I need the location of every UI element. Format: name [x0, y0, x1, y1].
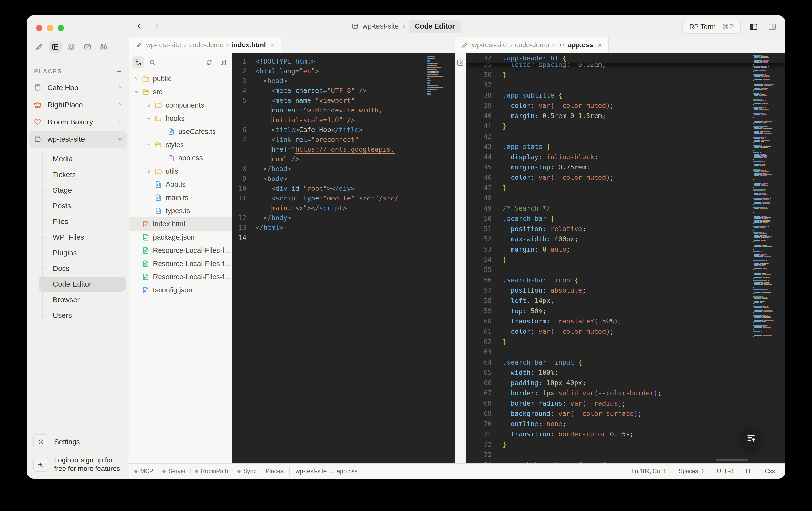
code-line-44[interactable]: 44 display: inline-block; — [466, 152, 785, 162]
code-line-39[interactable]: 39 color: var(--color-muted); — [466, 101, 785, 111]
collapse-panel-icon[interactable] — [218, 56, 229, 68]
login-row[interactable]: Login or sign up for free for more featu… — [33, 456, 126, 473]
close-tab-icon[interactable]: × — [270, 41, 275, 49]
close-tab-icon[interactable]: × — [598, 41, 602, 49]
code-line-60[interactable]: 60 transform: translateY(-50%); — [466, 316, 785, 326]
code-line-10[interactable]: 10 <div id="root"></div> — [232, 184, 455, 193]
tree-item-styles[interactable]: styles — [129, 138, 232, 151]
code-line-38[interactable]: 38.app-subtitle { — [466, 90, 785, 101]
code-line-2[interactable]: 2<html lang="en"> — [232, 66, 455, 76]
status-service-sync[interactable]: Sync — [237, 468, 256, 475]
code-line-72[interactable]: 72} — [466, 439, 785, 450]
search-icon[interactable] — [147, 56, 158, 68]
minimize-window-button[interactable] — [47, 25, 53, 31]
status-path-segment[interactable]: wp-test-site — [296, 468, 327, 475]
editor-pane-app-css[interactable]: 32.app-header h1 {35 letter-spacing: -0.… — [466, 53, 785, 463]
code-line-8[interactable]: 8 </head> — [232, 164, 455, 174]
tree-item-components[interactable]: components — [129, 99, 232, 112]
code-line-11[interactable]: 11 <script type="module" src="/src/ — [232, 193, 455, 203]
code-line-40[interactable]: 40 margin: 0.5rem 0 1.5rem; — [466, 111, 785, 121]
sidebar-place-bloom-bakery[interactable]: Bloom Bakery — [29, 113, 127, 131]
tree-item-resource-local-files-f-[interactable]: Resource-Local-Files-f... — [129, 270, 232, 284]
status-path-segment[interactable]: app.css — [337, 468, 358, 475]
tab-path-segment[interactable]: code-demo — [189, 41, 223, 49]
sidebar-item-users[interactable]: Users — [27, 307, 129, 323]
tree-item-index-html[interactable]: index.html — [129, 217, 232, 231]
editor-pane-index-html[interactable]: 1<!DOCTYPE html>2<html lang="en">3 <head… — [232, 53, 455, 463]
code-line-69[interactable]: 69 background: var(--color-surface); — [466, 408, 785, 419]
status-service-server[interactable]: Server — [163, 468, 186, 475]
chevron-down-icon[interactable] — [132, 89, 141, 95]
sidebar-item-code-editor[interactable]: Code Editor — [27, 276, 129, 292]
code-line-61[interactable]: 61 color: var(--color-muted); — [466, 326, 785, 337]
chevron-right-icon[interactable] — [132, 76, 141, 82]
code-line-67[interactable]: 67 border: 1px solid var(--color-border)… — [466, 388, 785, 398]
code-line-43[interactable]: 43.app-stats { — [466, 141, 785, 152]
code-line-45[interactable]: 45 margin-top: 0.75rem; — [466, 162, 785, 172]
breadcrumb-page-pill[interactable]: Code Editor — [409, 20, 461, 33]
tree-item-resource-local-files-f-[interactable]: Resource-Local-Files-f... — [129, 257, 232, 270]
chevron-right-icon[interactable] — [117, 119, 123, 125]
layers-view-icon[interactable] — [65, 41, 78, 53]
tab-file-name[interactable]: app.css — [568, 41, 593, 49]
code-line-13[interactable]: 13</html> — [232, 223, 455, 233]
code-line[interactable]: initial-scale=1.0" /> — [232, 115, 455, 125]
code-line-9[interactable]: 9 <body> — [232, 174, 455, 184]
status-indicator[interactable]: Css — [765, 468, 775, 475]
zoom-window-button[interactable] — [58, 25, 64, 31]
status-indicator[interactable]: UTF-8 — [717, 468, 733, 475]
tree-item-resource-local-files-f-[interactable]: Resource-Local-Files-f... — [129, 244, 232, 257]
code-line-3[interactable]: 3 <head> — [232, 76, 455, 86]
sidebar-item-media[interactable]: Media — [27, 151, 129, 167]
tab-app-css[interactable]: wp-test-site›code-demo›app.css× — [455, 37, 609, 53]
code-line-4[interactable]: 4 <meta charset="UTF-8" /> — [232, 86, 455, 96]
code-line-12[interactable]: 12 </body> — [232, 213, 455, 223]
status-service-mcp[interactable]: MCP — [134, 468, 153, 475]
tree-item-utils[interactable]: utils — [129, 165, 232, 178]
login-icon[interactable] — [33, 457, 48, 472]
status-places[interactable]: Places — [265, 468, 283, 475]
tree-item-package-json[interactable]: package.json — [129, 231, 232, 244]
code-line-46[interactable]: 46 color: var(--color-muted); — [466, 172, 785, 183]
tab-path-segment[interactable]: wp-test-site — [472, 41, 507, 49]
chevron-right-icon[interactable] — [145, 168, 153, 174]
split-editor-icon[interactable] — [766, 21, 778, 32]
mail-icon[interactable] — [81, 41, 94, 53]
tree-item-hooks[interactable]: hooks — [129, 112, 232, 125]
tab-path-segment[interactable]: wp-test-site — [146, 41, 181, 49]
code-line-54[interactable]: 54} — [466, 254, 785, 265]
history-back-button[interactable] — [134, 21, 145, 32]
close-window-button[interactable] — [36, 25, 42, 31]
tree-item-app-css[interactable]: app.css — [129, 151, 232, 165]
code-line[interactable]: href="https://fonts.googleapis. — [232, 144, 455, 154]
chevron-right-icon[interactable] — [117, 102, 123, 108]
status-service-robinpath[interactable]: RobinPath — [195, 468, 228, 475]
code-line-49[interactable]: 49/* Search */ — [466, 203, 785, 213]
sidebar-item-wp-files[interactable]: WP_Files — [27, 229, 129, 245]
add-place-button[interactable] — [114, 66, 124, 76]
rp-term-button[interactable]: RP Term ⌘P — [682, 20, 741, 34]
refresh-icon[interactable] — [203, 56, 215, 68]
settings-row[interactable]: Settings — [33, 434, 126, 449]
tree-item-tsconfig-json[interactable]: tsconfig.json — [129, 284, 232, 297]
sidebar-place-wp-test-site[interactable]: wp-test-site — [29, 131, 127, 148]
code-line-64[interactable]: 64.search-bar__input { — [466, 357, 785, 368]
chevron-right-icon[interactable] — [117, 85, 123, 91]
status-indicator[interactable]: Spaces: 2 — [678, 468, 705, 475]
sidebar-item-stage[interactable]: Stage — [27, 182, 129, 198]
tab-path-segment[interactable]: code-demo — [515, 41, 549, 49]
code-line-7[interactable]: 7 <link rel="preconnect" — [232, 135, 455, 144]
tab-file-name[interactable]: index.html — [232, 41, 266, 49]
code-line-41[interactable]: 41} — [466, 121, 785, 131]
code-line-56[interactable]: 56.search-bar__icon { — [466, 275, 785, 285]
ai-actions-button[interactable] — [740, 427, 763, 449]
tree-item-public[interactable]: public — [129, 72, 232, 85]
code-line-5[interactable]: 5 <meta name="viewport" — [232, 96, 455, 105]
code-line-63[interactable]: 63 — [466, 347, 785, 357]
code-line-1[interactable]: 1<!DOCTYPE html> — [232, 56, 455, 66]
code-line[interactable]: main.tsx"></script> — [232, 203, 455, 213]
sidebar-item-posts[interactable]: Posts — [27, 198, 129, 214]
code-line[interactable]: com" /> — [232, 154, 455, 164]
code-line-57[interactable]: 57 position: absolute; — [466, 285, 785, 296]
code-line-66[interactable]: 66 padding: 10px 40px; — [466, 378, 785, 388]
